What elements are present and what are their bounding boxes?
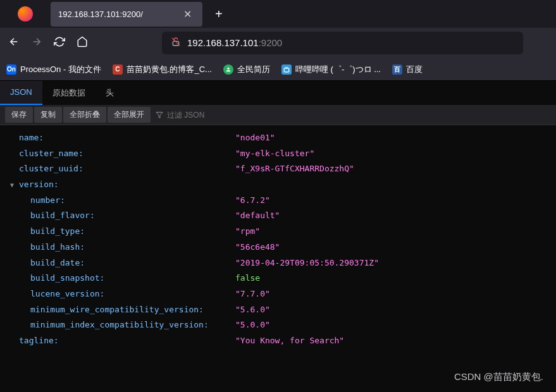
json-toolbar: 保存 复制 全部折叠 全部展开 (0, 105, 556, 125)
bookmark-bilibili[interactable]: 哔哩哔哩 (゜-゜)つロ ... (281, 64, 381, 75)
json-row-name[interactable]: name: "node01" (0, 130, 556, 146)
bookmark-label: 哔哩哔哩 (゜-゜)つロ ... (295, 64, 381, 75)
close-tab-icon[interactable]: ✕ (181, 7, 194, 21)
bookmark-label: 全民简历 (237, 64, 270, 75)
filter-icon (156, 111, 163, 119)
watermark: CSDN @苗苗奶黄包. (454, 371, 543, 383)
new-tab-button[interactable]: + (207, 4, 230, 24)
bookmark-icon: C (113, 64, 123, 75)
bookmark-icon (281, 64, 292, 75)
json-row-tagline[interactable]: tagline: "You Know, for Search" (0, 333, 556, 349)
bookmarks-bar: On ProcessOn - 我的文件 C 苗苗奶黄包.的博客_C... 全民简… (0, 58, 556, 81)
collapse-arrow-icon[interactable]: ▼ (10, 179, 19, 191)
tab-title: 192.168.137.101:9200/ (58, 9, 143, 19)
bookmark-csdn-blog[interactable]: C 苗苗奶黄包.的博客_C... (113, 64, 212, 75)
tab-headers[interactable]: 头 (96, 81, 124, 105)
bookmark-baidu[interactable]: 百 百度 (392, 64, 423, 75)
nav-bar: 192.168.137.101:9200 (0, 28, 556, 58)
home-button[interactable] (76, 36, 89, 50)
json-row-number[interactable]: number: "6.7.2" (0, 193, 556, 209)
expand-all-button[interactable]: 全部展开 (108, 107, 151, 123)
bookmark-label: ProcessOn - 我的文件 (20, 64, 101, 75)
svg-point-2 (227, 67, 229, 69)
json-row-version[interactable]: ▼version: (0, 177, 556, 193)
json-row-cluster-uuid[interactable]: cluster_uuid: "f_X9sR-GTfCXHARRDozzhQ" (0, 161, 556, 177)
json-row-lucene-version[interactable]: lucene_version: "7.7.0" (0, 286, 556, 302)
address-bar[interactable]: 192.168.137.101:9200 (162, 32, 523, 54)
json-row-min-index-compat[interactable]: minimum_index_compatibility_version: "5.… (0, 317, 556, 333)
filter-control (156, 111, 262, 119)
json-viewer-tabs: JSON 原始数据 头 (0, 81, 556, 105)
collapse-all-button[interactable]: 全部折叠 (63, 107, 106, 123)
browser-tab-bar: 192.168.137.101:9200/ ✕ + (0, 0, 556, 28)
tab-raw-data[interactable]: 原始数据 (42, 81, 96, 105)
back-button[interactable] (8, 36, 20, 50)
json-row-build-date[interactable]: build_date: "2019-04-29T09:05:50.290371Z… (0, 255, 556, 271)
json-row-build-snapshot[interactable]: build_snapshot: false (0, 271, 556, 286)
bookmark-label: 百度 (406, 64, 423, 75)
tab-json[interactable]: JSON (0, 81, 42, 105)
forward-button (30, 36, 43, 50)
firefox-logo-icon (18, 6, 33, 21)
bookmark-icon: On (6, 64, 16, 75)
bookmark-label: 苗苗奶黄包.的博客_C... (127, 64, 212, 75)
bookmark-resume[interactable]: 全民简历 (223, 64, 270, 75)
insecure-lock-icon (171, 37, 181, 49)
json-row-build-type[interactable]: build_type: "rpm" (0, 224, 556, 240)
json-row-build-flavor[interactable]: build_flavor: "default" (0, 208, 556, 224)
bookmark-icon (223, 64, 233, 75)
json-row-min-wire-compat[interactable]: minimum_wire_compatibility_version: "5.6… (0, 302, 556, 318)
bookmark-processon[interactable]: On ProcessOn - 我的文件 (6, 64, 101, 75)
save-button[interactable]: 保存 (5, 107, 33, 123)
json-row-cluster-name[interactable]: cluster_name: "my-elk-cluster" (0, 146, 556, 162)
json-content: name: "node01" cluster_name: "my-elk-clu… (0, 125, 556, 392)
filter-input[interactable] (167, 111, 262, 119)
reload-button[interactable] (53, 36, 66, 50)
url-text: 192.168.137.101:9200 (187, 37, 282, 49)
bookmark-icon: 百 (392, 64, 402, 75)
copy-button[interactable]: 复制 (34, 107, 62, 123)
browser-tab[interactable]: 192.168.137.101:9200/ ✕ (51, 2, 202, 27)
json-row-build-hash[interactable]: build_hash: "56c6e48" (0, 240, 556, 255)
